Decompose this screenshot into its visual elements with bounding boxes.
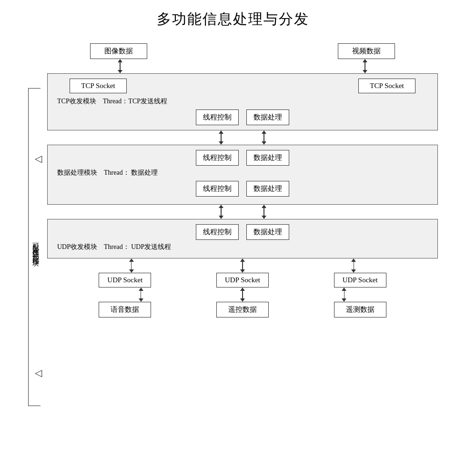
udp-inner-boxes: 线程控制 数据处理 [55, 224, 430, 240]
data-top-data-proc: 数据处理 [246, 150, 289, 166]
udp-s3-arrow [351, 258, 356, 273]
bottom-arrows [47, 288, 438, 302]
data-top-boxes: 线程控制 数据处理 [55, 150, 430, 166]
tcp-socket-right: TCP Socket [358, 79, 415, 93]
left-label: 可配置网络初始化模块 [31, 238, 40, 257]
data-module-label: 数据处理模块 Thread： 数据处理 [57, 169, 430, 177]
image-data-box: 图像数据 [90, 43, 147, 59]
tcp-data-arrow-right [262, 130, 266, 145]
udp-module: 线程控制 数据处理 UDP收发模块 Thread： UDP发送线程 [47, 219, 438, 258]
udp-sockets-row: UDP Socket UDP Socket UDP Socket [47, 273, 438, 288]
audio-data-box: 语音数据 [99, 302, 151, 317]
diagram-content: 图像数据 视频数据 [47, 43, 438, 317]
tcp-thread-label: Thread：TCP发送线程 [103, 98, 167, 105]
tcp-thread-ctrl-box: 线程控制 [196, 109, 239, 125]
data-mid-boxes: 线程控制 数据处理 [55, 181, 430, 197]
udp-socket-1: UDP Socket [99, 273, 151, 288]
bottom-arrow-2 [240, 288, 245, 302]
tcp-data-proc-box: 数据处理 [246, 109, 289, 125]
main-title: 多功能信息处理与分发 [19, 10, 447, 29]
data-module-name: 数据处理模块 [57, 169, 97, 176]
data-mid-thread-ctrl: 线程控制 [196, 181, 239, 197]
tcp-inner-boxes: 线程控制 数据处理 [55, 109, 430, 125]
tcp-module: TCP Socket TCP Socket TCP收发模块 Thread：TCP… [47, 73, 438, 130]
udp-left-arrow: ◁ [35, 367, 42, 378]
udp-module-label: UDP收发模块 Thread： UDP发送线程 [57, 243, 430, 251]
left-label-container: 可配置网络初始化模块 [29, 88, 41, 406]
bottom-data-row: 语音数据 遥控数据 遥测数据 [47, 302, 438, 317]
telemetry-box: 遥测数据 [334, 302, 386, 317]
bottom-arrow-1 [139, 288, 143, 302]
tcp-socket-left: TCP Socket [70, 79, 127, 93]
tcp-sockets-row: TCP Socket TCP Socket [55, 79, 430, 93]
top-data-row: 图像数据 视频数据 [47, 43, 438, 59]
tcp-to-data-arrows [47, 130, 438, 145]
udp-s1-arrow [129, 258, 134, 273]
tcp-module-label: TCP收发模块 Thread：TCP发送线程 [57, 97, 430, 106]
data-udp-arrow-left [219, 205, 223, 219]
tcp-data-arrow-left [219, 130, 223, 145]
data-thread-label: Thread： 数据处理 [104, 169, 158, 176]
udp-socket-arrows [47, 258, 438, 273]
udp-s2-arrow [240, 258, 245, 273]
top-arrows [47, 59, 438, 73]
udp-thread-label: Thread： UDP发送线程 [104, 243, 171, 250]
data-udp-arrow-right [262, 205, 266, 219]
data-mid-data-proc: 数据处理 [246, 181, 289, 197]
udp-data-proc-box: 数据处理 [246, 224, 289, 240]
udp-thread-ctrl-box: 线程控制 [196, 224, 239, 240]
tcp-module-name: TCP收发模块 [57, 98, 96, 105]
page: 多功能信息处理与分发 可配置网络初始化模块 ◁ ◁ 图像数据 视频数据 [0, 0, 466, 476]
data-to-udp-arrows [47, 205, 438, 219]
udp-module-name: UDP收发模块 [57, 243, 97, 250]
data-proc-module: 线程控制 数据处理 数据处理模块 Thread： 数据处理 线程控制 数据处理 [47, 145, 438, 205]
top-right-arrow [363, 59, 367, 73]
udp-socket-2: UDP Socket [216, 273, 269, 288]
remote-ctrl-box: 遥控数据 [216, 302, 269, 317]
udp-socket-3: UDP Socket [334, 273, 386, 288]
data-top-thread-ctrl: 线程控制 [196, 150, 239, 166]
bottom-arrow-3 [342, 288, 346, 302]
top-left-arrow [118, 59, 122, 73]
tcp-left-arrow: ◁ [35, 153, 42, 164]
video-data-box: 视频数据 [338, 43, 395, 59]
